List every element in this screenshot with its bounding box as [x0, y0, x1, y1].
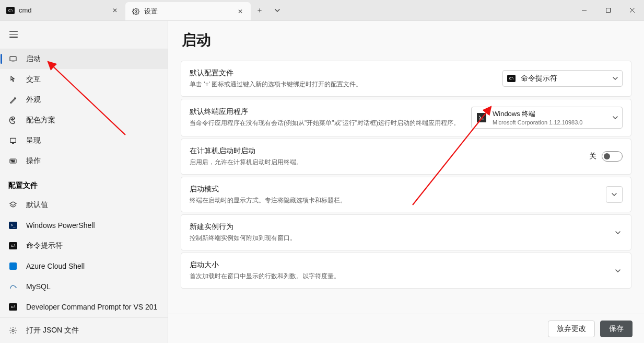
sidebar-item-actions[interactable]: 操作: [0, 151, 168, 172]
close-button[interactable]: [620, 0, 644, 20]
chevron-down-icon: [615, 230, 623, 235]
expand-button[interactable]: [606, 186, 623, 203]
svg-point-0: [135, 10, 137, 13]
cmd-icon: c:\: [8, 302, 18, 312]
chevron-down-icon: [613, 76, 618, 81]
card-text: 默认终端应用程序 当命令行应用程序在没有现有会话(例如从"开始菜单"或"运行"对…: [190, 107, 463, 128]
sidebar-item-label: 操作: [26, 156, 41, 166]
setting-default-terminal: 默认终端应用程序 当命令行应用程序在没有现有会话(例如从"开始菜单"或"运行"对…: [181, 99, 631, 136]
sidebar-item-label: Developer Command Prompt for VS 201: [26, 303, 157, 311]
card-desc: 单击 '+' 图标或通过键入新的选项卡键绑定时打开的配置文件。: [190, 80, 494, 89]
gear-icon: [132, 7, 140, 16]
launch-on-startup-toggle[interactable]: [602, 151, 623, 162]
sidebar-section-header: 配置文件: [0, 172, 168, 195]
sidebar-profile-mysql[interactable]: MySQL: [0, 277, 168, 297]
sidebar-item-appearance[interactable]: 外观: [0, 89, 168, 110]
interaction-icon: [8, 75, 18, 84]
color-icon: [8, 116, 18, 125]
dropdown-value: Windows 终端 Microsoft Corporation 1.12.10…: [493, 109, 606, 125]
new-tab-button[interactable]: ＋: [251, 0, 268, 20]
hamburger-button[interactable]: [3, 24, 24, 44]
card-text: 启动大小 首次加载时在窗口中显示的行数和列数。以字符度量。: [190, 260, 607, 281]
sidebar-item-color-schemes[interactable]: 配色方案: [0, 110, 168, 131]
sidebar-item-label: 交互: [26, 75, 41, 84]
card-title: 启动大小: [190, 260, 607, 270]
sidebar-item-label: 启动: [26, 54, 41, 64]
hamburger-icon: [9, 31, 18, 38]
svg-rect-11: [11, 162, 14, 162]
svg-rect-6: [10, 139, 16, 143]
card-text: 新建实例行为 控制新终端实例如何附加到现有窗口。: [190, 222, 607, 243]
default-terminal-dropdown[interactable]: Windows 终端 Microsoft Corporation 1.12.10…: [471, 107, 623, 129]
setting-default-profile: 默认配置文件 单击 '+' 图标或通过键入新的选项卡键绑定时打开的配置文件。 c…: [181, 61, 631, 97]
sidebar-item-label: MySQL: [26, 282, 51, 291]
gear-icon: [8, 326, 18, 335]
sidebar-item-label: 默认值: [26, 200, 48, 210]
titlebar-drag[interactable]: [286, 0, 572, 20]
card-title: 默认配置文件: [190, 68, 494, 78]
card-desc: 启用后，允许在计算机启动时启用终端。: [190, 158, 581, 167]
dropdown-value-sub: Microsoft Corporation 1.12.10983.0: [493, 119, 606, 125]
card-title: 新建实例行为: [190, 222, 607, 232]
tab-cmd[interactable]: c:\ cmd ✕: [0, 0, 125, 20]
discard-button[interactable]: 放弃更改: [548, 321, 595, 337]
svg-point-3: [11, 119, 11, 120]
content: 启动 默认配置文件 单击 '+' 图标或通过键入新的选项卡键绑定时打开的配置文件…: [168, 21, 644, 343]
sidebar: 启动 交互 外观 配色方案 呈现: [0, 21, 168, 343]
sidebar-item-rendering[interactable]: 呈现: [0, 131, 168, 151]
svg-point-4: [12, 118, 13, 118]
content-scroll[interactable]: 启动 默认配置文件 单击 '+' 图标或通过键入新的选项卡键绑定时打开的配置文件…: [168, 21, 644, 314]
cmd-icon: c:\: [8, 241, 18, 250]
close-icon[interactable]: ✕: [235, 6, 245, 17]
sidebar-profile-defaults[interactable]: 默认值: [0, 195, 168, 215]
cmd-icon: c:\: [507, 75, 516, 82]
svg-rect-13: [478, 114, 485, 121]
sidebar-item-label: 命令提示符: [26, 241, 63, 250]
sidebar-item-interaction[interactable]: 交互: [0, 69, 168, 89]
toggle-wrap: 关: [589, 151, 623, 162]
tab-dropdown-button[interactable]: [268, 0, 286, 20]
sidebar-item-label: 呈现: [26, 136, 41, 145]
dropdown-value: 命令提示符: [521, 74, 557, 83]
sidebar-item-label: Azure Cloud Shell: [26, 262, 85, 270]
card-text: 默认配置文件 单击 '+' 图标或通过键入新的选项卡键绑定时打开的配置文件。: [190, 68, 494, 89]
svg-rect-9: [13, 160, 13, 161]
sidebar-open-json[interactable]: 打开 JSON 文件: [0, 317, 168, 343]
setting-launch-mode[interactable]: 启动模式 终端在启动时的显示方式。专注将隐藏选项卡和标题栏。: [181, 177, 631, 213]
cmd-icon: c:\: [6, 6, 15, 15]
svg-point-5: [14, 118, 15, 119]
sidebar-profile-powershell[interactable]: >_ Windows PowerShell: [0, 215, 168, 235]
close-icon[interactable]: ✕: [110, 5, 120, 16]
card-desc: 首次加载时在窗口中显示的行数和列数。以字符度量。: [190, 272, 607, 281]
tab-label: cmd: [19, 6, 32, 14]
page-title: 启动: [181, 30, 631, 50]
maximize-button[interactable]: [596, 0, 620, 20]
tab-settings[interactable]: 设置 ✕: [125, 2, 251, 20]
appearance-icon: [8, 95, 18, 105]
sidebar-item-startup[interactable]: 启动: [0, 49, 168, 69]
window-controls: [572, 0, 644, 20]
card-text: 在计算机启动时启动 启用后，允许在计算机启动时启用终端。: [190, 146, 581, 167]
sidebar-profile-azure[interactable]: Azure Cloud Shell: [0, 256, 168, 277]
powershell-icon: >_: [8, 221, 18, 230]
setting-new-instance[interactable]: 新建实例行为 控制新终端实例如何附加到现有窗口。: [181, 214, 631, 250]
chevron-down-icon: [613, 115, 618, 120]
sidebar-profile-cmd[interactable]: c:\ 命令提示符: [0, 235, 168, 256]
save-button[interactable]: 保存: [600, 321, 633, 337]
layers-icon: [8, 200, 18, 210]
default-profile-dropdown[interactable]: c:\ 命令提示符: [502, 70, 623, 87]
svg-rect-10: [14, 160, 14, 161]
toggle-label: 关: [589, 152, 596, 161]
dropdown-value-title: Windows 终端: [493, 109, 606, 119]
mysql-icon: [8, 282, 18, 291]
sidebar-profile-devcmd[interactable]: c:\ Developer Command Prompt for VS 201: [0, 297, 168, 317]
sidebar-item-label: 打开 JSON 文件: [26, 326, 79, 335]
sidebar-item-label: 配色方案: [26, 116, 55, 125]
tab-label: 设置: [144, 7, 158, 16]
setting-launch-size[interactable]: 启动大小 首次加载时在窗口中显示的行数和列数。以字符度量。: [181, 253, 631, 289]
sidebar-item-label: Windows PowerShell: [26, 221, 95, 230]
card-title: 启动模式: [190, 185, 598, 194]
svg-rect-7: [10, 159, 16, 163]
minimize-button[interactable]: [572, 0, 596, 20]
sidebar-item-label: 外观: [26, 95, 41, 105]
